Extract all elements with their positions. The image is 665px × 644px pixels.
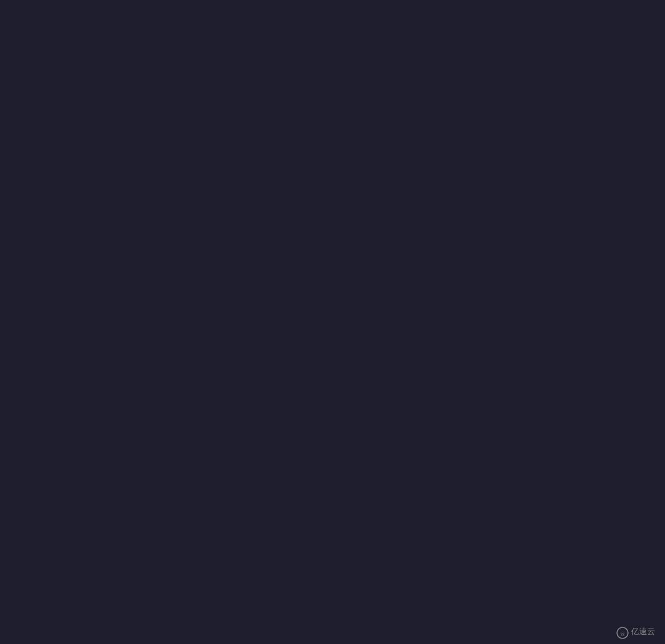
code-editor: [0, 0, 665, 644]
logo-area: 云 亿速云: [616, 626, 655, 639]
logo-text: 亿速云: [631, 626, 655, 639]
svg-text:云: 云: [620, 631, 625, 637]
logo-icon: 云: [616, 627, 629, 639]
